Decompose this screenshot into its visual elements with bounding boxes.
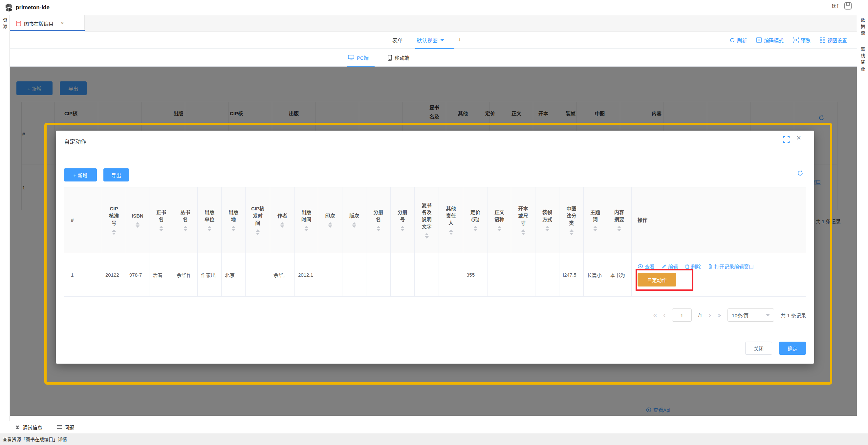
sort-arrows-icon[interactable]: [493, 226, 505, 231]
app-window: primeton-ide îž î 资源 数据源 离线资源 图书在版编目 ×: [0, 0, 868, 445]
sort-arrows-icon[interactable]: [108, 229, 120, 235]
modal-footer: 关闭 确定: [745, 342, 806, 355]
left-rail: 资源: [0, 15, 10, 421]
sort-arrows-icon[interactable]: [517, 229, 530, 235]
sort-arrows-icon[interactable]: [469, 226, 482, 231]
column-header[interactable]: 版次: [342, 187, 366, 253]
bg-header-fragment: CIP核: [230, 109, 243, 117]
sort-arrows-icon[interactable]: [300, 226, 312, 231]
tab-form[interactable]: 表单: [392, 36, 403, 44]
custom-action-button[interactable]: 自定动作: [638, 273, 676, 286]
fullscreen-icon[interactable]: [782, 135, 790, 144]
column-header[interactable]: 定价(元): [463, 187, 488, 253]
sort-arrows-icon[interactable]: [613, 226, 626, 231]
problems-tab[interactable]: 问题: [57, 424, 74, 431]
sort-arrows-icon[interactable]: [227, 226, 240, 231]
close-button[interactable]: 关闭: [745, 342, 772, 355]
cell: 2012.1: [295, 253, 318, 297]
column-header[interactable]: 出版地: [222, 187, 246, 253]
modal-export-button[interactable]: 导出: [103, 168, 129, 182]
pagination: « ‹ /1 › » 10条/页 共 1 条记录: [64, 309, 806, 322]
column-header[interactable]: CIP核准号: [102, 187, 126, 253]
edit-link[interactable]: 编辑: [662, 263, 678, 270]
column-header[interactable]: 开本或尺寸: [511, 187, 535, 253]
column-header[interactable]: 出版时间: [295, 187, 318, 253]
tab-close-icon[interactable]: ×: [61, 20, 64, 27]
tab-default-view[interactable]: 默认视图: [416, 32, 444, 49]
sort-arrows-icon[interactable]: [203, 226, 216, 231]
cell: 355: [463, 253, 488, 297]
column-header[interactable]: 主题词: [584, 187, 607, 253]
tab-mobile[interactable]: 移动端: [388, 49, 409, 67]
sort-arrows-icon[interactable]: [589, 226, 601, 231]
sort-arrows-icon[interactable]: [324, 222, 337, 228]
sort-arrows-icon[interactable]: [132, 222, 144, 228]
sort-arrows-icon[interactable]: [348, 222, 361, 228]
bg-header-fragment: 中图: [595, 109, 605, 117]
view-link[interactable]: 查看: [638, 263, 655, 270]
open-record-editor-link[interactable]: 打开记录编辑窗口: [708, 263, 754, 270]
right-rail-datasource[interactable]: 数据源: [860, 18, 866, 37]
add-view-button[interactable]: +: [458, 36, 462, 44]
edit-link-label: 编辑: [668, 263, 678, 270]
next-page-button[interactable]: ›: [709, 309, 711, 322]
column-header[interactable]: 正书名: [149, 187, 173, 253]
column-header[interactable]: CIP核发时间: [246, 187, 270, 253]
tab-pc[interactable]: PC端: [348, 49, 369, 67]
column-header[interactable]: 分册名: [366, 187, 391, 253]
sort-arrows-icon[interactable]: [420, 233, 433, 239]
column-header[interactable]: 其他责任人: [439, 187, 463, 253]
tab-book-cip[interactable]: 图书在版编目 ×: [10, 15, 85, 32]
bg-export-button[interactable]: 导出: [60, 82, 87, 95]
column-header[interactable]: 内容摘要: [607, 187, 632, 253]
sort-arrows-icon[interactable]: [396, 226, 409, 231]
column-header[interactable]: 装帧方式: [535, 187, 559, 253]
sort-arrows-icon[interactable]: [155, 226, 167, 231]
cell: 余华,: [270, 253, 295, 297]
right-rail: 数据源 离线资源: [857, 15, 868, 421]
view-settings-button[interactable]: 视图设置: [820, 37, 847, 44]
sort-arrows-icon[interactable]: [444, 229, 457, 235]
modal-close-icon[interactable]: ×: [797, 133, 801, 142]
sort-arrows-icon[interactable]: [251, 229, 264, 235]
modal-add-button[interactable]: + 新增: [64, 168, 97, 182]
preview-button[interactable]: 预览: [793, 37, 811, 44]
last-page-button[interactable]: »: [718, 309, 721, 322]
column-header[interactable]: 出版单位: [198, 187, 222, 253]
column-header[interactable]: ISBN: [126, 187, 149, 253]
sort-arrows-icon[interactable]: [276, 222, 289, 228]
sort-arrows-icon[interactable]: [372, 226, 385, 231]
left-rail-resources[interactable]: 资源: [2, 18, 8, 31]
modal-refresh-icon[interactable]: [797, 170, 803, 176]
page-size-select[interactable]: 10条/页: [727, 309, 774, 322]
bg-add-button[interactable]: + 新增: [17, 82, 53, 95]
column-header[interactable]: 作者: [270, 187, 295, 253]
column-header[interactable]: 复书名及说明文字: [415, 187, 439, 253]
prev-page-button[interactable]: ‹: [663, 309, 665, 322]
page-input[interactable]: [672, 309, 692, 322]
tab-pc-label: PC端: [357, 54, 369, 61]
status-bar: 查看资源「图书在版编目」详情: [0, 433, 868, 445]
refresh-button[interactable]: 刷新: [730, 37, 747, 44]
ok-button[interactable]: 确定: [779, 342, 806, 355]
cell: 北京: [222, 253, 246, 297]
app-logo-icon: [4, 3, 13, 12]
sort-arrows-icon[interactable]: [179, 226, 192, 231]
column-header[interactable]: 正文语种: [488, 187, 511, 253]
bg-refresh-icon[interactable]: [818, 115, 824, 121]
monitor-icon: [348, 55, 354, 60]
column-header[interactable]: 丛书名: [173, 187, 198, 253]
sort-arrows-icon[interactable]: [541, 226, 554, 231]
column-header[interactable]: 印次: [318, 187, 342, 253]
column-header[interactable]: 分册号: [391, 187, 415, 253]
bg-view-api-link[interactable]: 查看Api: [646, 406, 670, 413]
debug-info-tab[interactable]: 调试信息: [15, 424, 42, 431]
column-header[interactable]: 中图法分类: [559, 187, 584, 253]
delete-link[interactable]: 删除: [685, 263, 701, 270]
cell: [511, 253, 535, 297]
save-icon[interactable]: [844, 2, 852, 10]
right-rail-offline-resources[interactable]: 离线资源: [860, 47, 866, 73]
code-mode-button[interactable]: 编码模式: [756, 37, 784, 44]
first-page-button[interactable]: «: [653, 309, 657, 322]
sort-arrows-icon[interactable]: [565, 229, 578, 235]
